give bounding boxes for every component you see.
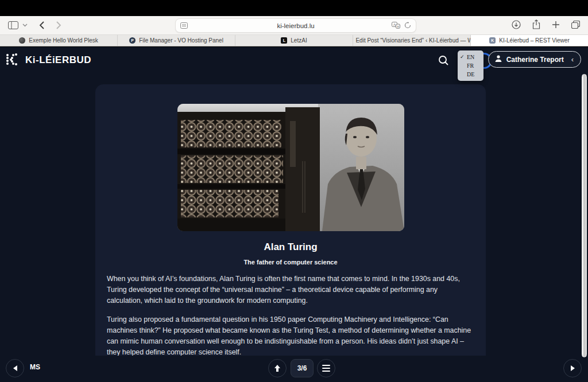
ki-leierbud-favicon: K: [489, 37, 496, 44]
sidebar-chevron-down-icon[interactable]: [21, 24, 29, 27]
hamburger-icon: [322, 365, 330, 372]
checkmark-icon: ✓: [460, 54, 465, 60]
tab-overview-icon[interactable]: [571, 21, 580, 31]
logo-dot-k-icon: [6, 53, 21, 67]
logo-text: Ki-LÉiERBUD: [25, 54, 91, 66]
share-icon[interactable]: [532, 20, 540, 32]
bottom-nav-bar: MS 3/6: [0, 356, 588, 382]
search-icon[interactable]: [435, 52, 452, 69]
forward-button[interactable]: [53, 21, 64, 29]
arrow-left-icon: [13, 365, 17, 371]
tab-letzai[interactable]: L LetzAI: [235, 35, 353, 46]
webpage: Ki-LÉiERBUD ✓ EN FR DE: [0, 47, 588, 382]
tab-file-manager[interactable]: P File Manager - VO Hosting Panel: [118, 35, 235, 46]
letzai-favicon: L: [281, 37, 287, 44]
user-name: Catherine Treport: [506, 56, 564, 64]
address-bar[interactable]: ki-leierbud.lu Aa: [175, 18, 416, 33]
svg-text:A: A: [393, 22, 396, 26]
tab-label: File Manager - VO Hosting Panel: [139, 37, 223, 44]
tab-label: KI-Léierbud – REST Viewer: [499, 37, 569, 44]
language-option-en[interactable]: ✓ EN: [458, 53, 483, 61]
menu-button[interactable]: [317, 359, 335, 377]
ms-label: MS: [30, 363, 40, 371]
site-logo[interactable]: Ki-LÉiERBUD: [6, 53, 91, 67]
url-text[interactable]: ki-leierbud.lu: [176, 22, 416, 29]
scroll-top-button[interactable]: [268, 359, 287, 377]
tab-rest-viewer-active[interactable]: K KI-Léierbud – REST Viewer: [471, 35, 588, 46]
new-tab-icon[interactable]: [552, 21, 560, 31]
language-option-fr[interactable]: FR: [458, 61, 483, 70]
translate-icon[interactable]: Aa: [392, 21, 400, 31]
sidebar-toggle-icon[interactable]: [7, 20, 20, 30]
card-image: [177, 104, 404, 231]
macos-menubar: [0, 0, 588, 16]
page-scrollbar[interactable]: [582, 74, 587, 357]
card-paragraphs: When you think of AI’s foundations, Alan…: [107, 274, 474, 358]
language-dropdown-menu: ✓ EN FR DE: [458, 50, 483, 81]
tab-label: Edit Post “Visionaries End” ‹ KI-Léierbu…: [355, 37, 471, 44]
tab-bar: Exemple Hello World Plesk P File Manager…: [0, 35, 588, 46]
user-account-button[interactable]: Catherine Treport ‹: [488, 51, 581, 68]
arrow-right-icon: [571, 365, 575, 371]
card-subtitle: The father of computer science: [107, 259, 474, 266]
tab-exemple-hello-world[interactable]: Exemple Hello World Plesk: [0, 35, 118, 46]
tab-label: LetzAI: [291, 37, 307, 44]
previous-page-button[interactable]: [6, 359, 24, 377]
paragraph-2: Turing also proposed a fundamental quest…: [107, 314, 474, 358]
tab-wordpress-edit-post[interactable]: W Edit Post “Visionaries End” ‹ KI-Léier…: [353, 35, 471, 46]
page-indicator: 3/6: [291, 359, 314, 377]
plesk-favicon: P: [129, 37, 136, 44]
language-option-de[interactable]: DE: [458, 70, 483, 79]
back-button[interactable]: [36, 21, 47, 29]
chevron-left-icon: ‹: [571, 55, 574, 64]
tab-label: Exemple Hello World Plesk: [29, 37, 98, 44]
arrow-up-icon: [274, 365, 280, 372]
reload-icon[interactable]: [404, 21, 411, 31]
toolbar-right-actions: [512, 16, 580, 35]
next-page-button[interactable]: [563, 359, 582, 377]
user-icon: [494, 54, 502, 65]
paragraph-1: When you think of AI’s foundations, Alan…: [107, 274, 474, 306]
plesk-globe-favicon: [19, 37, 25, 44]
card-title: Alan Turing: [107, 241, 474, 253]
downloads-icon[interactable]: [512, 20, 521, 32]
screen: ki-leierbud.lu Aa Exemple Hello World Pl…: [0, 0, 588, 382]
content-card: Alan Turing The father of computer scien…: [95, 84, 486, 382]
